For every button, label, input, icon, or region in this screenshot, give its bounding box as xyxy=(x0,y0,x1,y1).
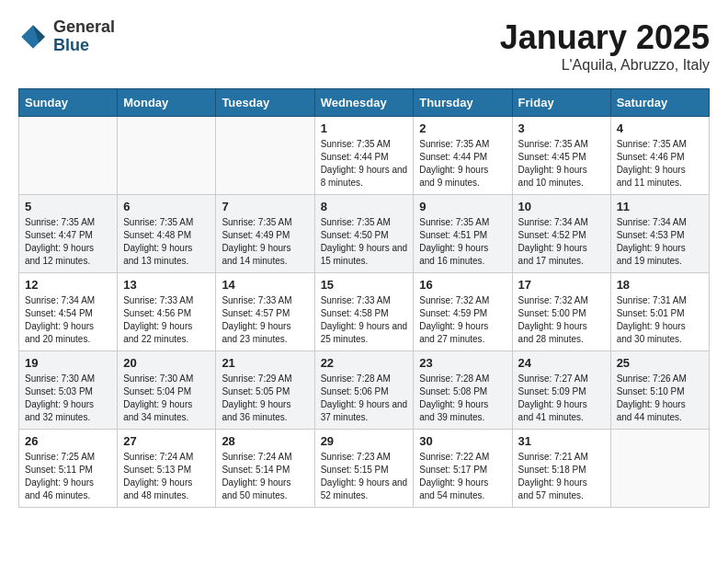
calendar-cell: 24Sunrise: 7:27 AM Sunset: 5:09 PM Dayli… xyxy=(512,351,610,430)
day-number: 15 xyxy=(321,278,408,292)
day-info: Sunrise: 7:35 AM Sunset: 4:46 PM Dayligh… xyxy=(617,138,703,190)
weekday-header: Monday xyxy=(118,89,216,117)
day-number: 1 xyxy=(321,121,408,135)
location-title: L'Aquila, Abruzzo, Italy xyxy=(500,57,710,74)
logo: General Blue xyxy=(18,18,115,55)
day-info: Sunrise: 7:34 AM Sunset: 4:52 PM Dayligh… xyxy=(518,216,605,268)
day-number: 19 xyxy=(25,356,111,370)
calendar-cell: 27Sunrise: 7:24 AM Sunset: 5:13 PM Dayli… xyxy=(118,430,216,508)
calendar-cell: 6Sunrise: 7:35 AM Sunset: 4:48 PM Daylig… xyxy=(118,195,216,273)
day-number: 6 xyxy=(123,200,210,213)
day-info: Sunrise: 7:27 AM Sunset: 5:09 PM Dayligh… xyxy=(518,373,605,424)
calendar-cell: 10Sunrise: 7:34 AM Sunset: 4:52 PM Dayli… xyxy=(512,195,610,273)
weekday-header: Wednesday xyxy=(314,89,414,117)
calendar-cell: 16Sunrise: 7:32 AM Sunset: 4:59 PM Dayli… xyxy=(414,273,512,351)
calendar-cell: 3Sunrise: 7:35 AM Sunset: 4:45 PM Daylig… xyxy=(512,117,610,195)
day-number: 29 xyxy=(321,434,408,448)
day-number: 25 xyxy=(617,356,703,370)
calendar-cell: 20Sunrise: 7:30 AM Sunset: 5:04 PM Dayli… xyxy=(118,351,216,430)
day-info: Sunrise: 7:26 AM Sunset: 5:10 PM Dayligh… xyxy=(617,373,703,424)
weekday-header-row: SundayMondayTuesdayWednesdayThursdayFrid… xyxy=(19,89,710,117)
day-number: 27 xyxy=(123,434,210,448)
title-block: January 2025 L'Aquila, Abruzzo, Italy xyxy=(500,18,710,74)
day-number: 4 xyxy=(617,121,703,135)
day-number: 2 xyxy=(419,121,506,135)
day-number: 10 xyxy=(518,200,605,213)
day-info: Sunrise: 7:33 AM Sunset: 4:57 PM Dayligh… xyxy=(222,294,308,346)
day-number: 21 xyxy=(222,356,308,370)
day-number: 24 xyxy=(518,356,605,370)
calendar-cell xyxy=(216,117,314,195)
day-info: Sunrise: 7:33 AM Sunset: 4:56 PM Dayligh… xyxy=(123,294,210,346)
day-number: 22 xyxy=(321,356,408,370)
calendar-cell: 22Sunrise: 7:28 AM Sunset: 5:06 PM Dayli… xyxy=(314,351,414,430)
page-header: General Blue January 2025 L'Aquila, Abru… xyxy=(18,18,710,74)
day-info: Sunrise: 7:24 AM Sunset: 5:14 PM Dayligh… xyxy=(222,451,308,502)
weekday-header: Saturday xyxy=(610,89,709,117)
day-number: 26 xyxy=(25,434,111,448)
weekday-header: Thursday xyxy=(414,89,512,117)
day-number: 3 xyxy=(518,121,605,135)
day-number: 14 xyxy=(222,278,308,292)
day-number: 5 xyxy=(25,200,111,213)
logo-general: General xyxy=(53,18,115,37)
day-info: Sunrise: 7:28 AM Sunset: 5:08 PM Dayligh… xyxy=(419,373,506,424)
day-number: 7 xyxy=(222,200,308,213)
calendar-cell: 4Sunrise: 7:35 AM Sunset: 4:46 PM Daylig… xyxy=(610,117,709,195)
calendar-cell xyxy=(19,117,118,195)
day-info: Sunrise: 7:35 AM Sunset: 4:44 PM Dayligh… xyxy=(321,138,408,190)
day-info: Sunrise: 7:30 AM Sunset: 5:03 PM Dayligh… xyxy=(25,373,111,424)
weekday-header: Tuesday xyxy=(216,89,314,117)
calendar-cell xyxy=(610,430,709,508)
logo-blue: Blue xyxy=(53,37,115,55)
calendar-cell: 23Sunrise: 7:28 AM Sunset: 5:08 PM Dayli… xyxy=(414,351,512,430)
weekday-header: Friday xyxy=(512,89,610,117)
calendar-cell: 26Sunrise: 7:25 AM Sunset: 5:11 PM Dayli… xyxy=(19,430,118,508)
calendar-cell: 13Sunrise: 7:33 AM Sunset: 4:56 PM Dayli… xyxy=(118,273,216,351)
calendar-cell: 19Sunrise: 7:30 AM Sunset: 5:03 PM Dayli… xyxy=(19,351,118,430)
day-info: Sunrise: 7:32 AM Sunset: 5:00 PM Dayligh… xyxy=(518,294,605,346)
day-info: Sunrise: 7:21 AM Sunset: 5:18 PM Dayligh… xyxy=(518,451,605,502)
logo-icon xyxy=(18,22,48,52)
calendar-cell: 12Sunrise: 7:34 AM Sunset: 4:54 PM Dayli… xyxy=(19,273,118,351)
day-info: Sunrise: 7:33 AM Sunset: 4:58 PM Dayligh… xyxy=(321,294,408,346)
calendar-cell: 25Sunrise: 7:26 AM Sunset: 5:10 PM Dayli… xyxy=(610,351,709,430)
calendar-cell: 2Sunrise: 7:35 AM Sunset: 4:44 PM Daylig… xyxy=(414,117,512,195)
logo-text: General Blue xyxy=(53,18,115,55)
day-number: 23 xyxy=(419,356,506,370)
day-info: Sunrise: 7:30 AM Sunset: 5:04 PM Dayligh… xyxy=(123,373,210,424)
day-number: 31 xyxy=(518,434,605,448)
day-info: Sunrise: 7:35 AM Sunset: 4:50 PM Dayligh… xyxy=(321,216,408,268)
day-info: Sunrise: 7:35 AM Sunset: 4:48 PM Dayligh… xyxy=(123,216,210,268)
calendar-week-row: 5Sunrise: 7:35 AM Sunset: 4:47 PM Daylig… xyxy=(19,195,710,273)
day-info: Sunrise: 7:35 AM Sunset: 4:51 PM Dayligh… xyxy=(419,216,506,268)
day-info: Sunrise: 7:35 AM Sunset: 4:44 PM Dayligh… xyxy=(419,138,506,190)
day-info: Sunrise: 7:35 AM Sunset: 4:47 PM Dayligh… xyxy=(25,216,111,268)
calendar-cell: 31Sunrise: 7:21 AM Sunset: 5:18 PM Dayli… xyxy=(512,430,610,508)
day-info: Sunrise: 7:35 AM Sunset: 4:49 PM Dayligh… xyxy=(222,216,308,268)
day-info: Sunrise: 7:24 AM Sunset: 5:13 PM Dayligh… xyxy=(123,451,210,502)
calendar-week-row: 19Sunrise: 7:30 AM Sunset: 5:03 PM Dayli… xyxy=(19,351,710,430)
day-info: Sunrise: 7:31 AM Sunset: 5:01 PM Dayligh… xyxy=(617,294,703,346)
day-number: 8 xyxy=(321,200,408,213)
day-info: Sunrise: 7:25 AM Sunset: 5:11 PM Dayligh… xyxy=(25,451,111,502)
day-number: 13 xyxy=(123,278,210,292)
day-info: Sunrise: 7:28 AM Sunset: 5:06 PM Dayligh… xyxy=(321,373,408,424)
day-info: Sunrise: 7:29 AM Sunset: 5:05 PM Dayligh… xyxy=(222,373,308,424)
month-title: January 2025 xyxy=(500,18,710,57)
day-info: Sunrise: 7:23 AM Sunset: 5:15 PM Dayligh… xyxy=(321,451,408,502)
day-info: Sunrise: 7:35 AM Sunset: 4:45 PM Dayligh… xyxy=(518,138,605,190)
day-number: 30 xyxy=(419,434,506,448)
calendar-cell: 8Sunrise: 7:35 AM Sunset: 4:50 PM Daylig… xyxy=(314,195,414,273)
calendar-cell: 14Sunrise: 7:33 AM Sunset: 4:57 PM Dayli… xyxy=(216,273,314,351)
calendar-cell: 7Sunrise: 7:35 AM Sunset: 4:49 PM Daylig… xyxy=(216,195,314,273)
calendar-cell: 15Sunrise: 7:33 AM Sunset: 4:58 PM Dayli… xyxy=(314,273,414,351)
day-number: 9 xyxy=(419,200,506,213)
calendar-week-row: 1Sunrise: 7:35 AM Sunset: 4:44 PM Daylig… xyxy=(19,117,710,195)
calendar-cell: 17Sunrise: 7:32 AM Sunset: 5:00 PM Dayli… xyxy=(512,273,610,351)
day-info: Sunrise: 7:34 AM Sunset: 4:54 PM Dayligh… xyxy=(25,294,111,346)
calendar-cell: 30Sunrise: 7:22 AM Sunset: 5:17 PM Dayli… xyxy=(414,430,512,508)
calendar-cell: 5Sunrise: 7:35 AM Sunset: 4:47 PM Daylig… xyxy=(19,195,118,273)
day-number: 17 xyxy=(518,278,605,292)
day-number: 28 xyxy=(222,434,308,448)
